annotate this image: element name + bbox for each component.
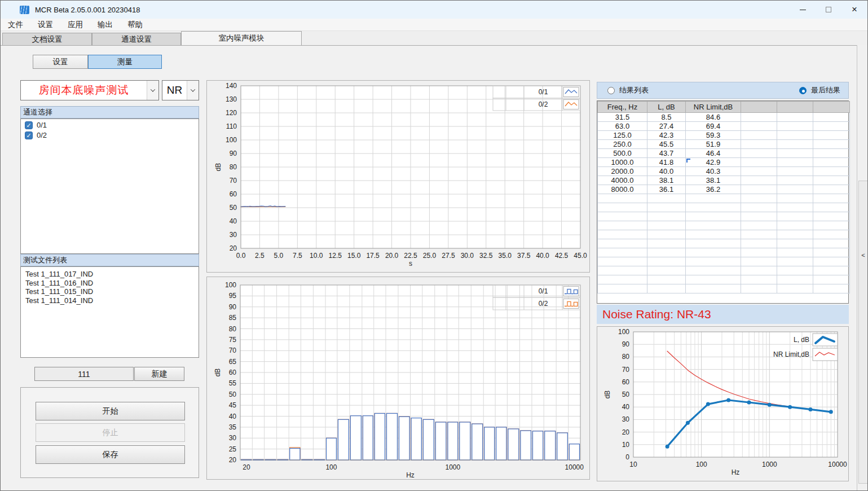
file-item-2[interactable]: Test 1_111_015_IND <box>21 287 199 296</box>
table-cell <box>777 140 813 149</box>
table-cell <box>777 176 813 185</box>
results-table-wrap: Freq., HzL, dBNR Limit,dB31.58.584.663.0… <box>597 100 849 304</box>
table-cell <box>598 248 647 257</box>
title-bar: MCR Beta 2.05.0.001 20230418 × <box>1 1 867 19</box>
table-row[interactable]: 250.045.551.9 <box>598 140 850 149</box>
table-cell <box>686 239 741 248</box>
radio-result-list[interactable]: 结果列表 <box>597 85 649 95</box>
app-window: MCR Beta 2.05.0.001 20230418 × 文件设置应用输出帮… <box>0 0 868 491</box>
file-item-0[interactable]: Test 1_111_017_IND <box>21 267 199 279</box>
svg-text:NR Limit,dB: NR Limit,dB <box>773 350 809 358</box>
new-button[interactable]: 新建 <box>134 367 184 381</box>
table-cell: 45.5 <box>647 140 686 149</box>
svg-text:0/2: 0/2 <box>539 100 548 108</box>
svg-text:40.0: 40.0 <box>536 252 549 260</box>
table-row[interactable] <box>598 266 850 275</box>
svg-text:20.0: 20.0 <box>385 252 399 260</box>
close-button[interactable]: × <box>841 1 867 19</box>
main-tab-0[interactable]: 文档设置 <box>2 33 92 45</box>
table-row[interactable]: 4000.038.138.1 <box>598 176 850 185</box>
table-row[interactable]: 31.58.584.6 <box>598 113 850 122</box>
checkbox-checked-icon[interactable]: ✓ <box>25 121 33 129</box>
svg-text:140: 140 <box>226 82 237 90</box>
svg-text:2.5: 2.5 <box>255 252 265 260</box>
table-cell: 69.4 <box>686 122 741 131</box>
collapse-panel-button[interactable]: < <box>859 252 867 258</box>
table-cell: 2000.0 <box>598 167 647 176</box>
save-button[interactable]: 保存 <box>36 445 185 464</box>
table-cell <box>686 266 741 275</box>
start-button[interactable]: 开始 <box>36 402 185 420</box>
svg-text:dB: dB <box>603 391 611 399</box>
channel-item-1[interactable]: ✓0/2 <box>21 129 199 139</box>
table-row[interactable] <box>598 239 850 248</box>
table-row[interactable] <box>598 284 850 293</box>
table-cell <box>686 275 741 284</box>
table-cell <box>686 284 741 293</box>
menu-bar: 文件设置应用输出帮助 <box>1 19 867 31</box>
nr-select[interactable]: NR <box>162 80 199 100</box>
table-cell <box>777 203 813 212</box>
svg-text:10: 10 <box>629 461 637 468</box>
table-row[interactable]: 2000.040.040.3 <box>598 167 850 176</box>
table-row[interactable] <box>598 221 850 230</box>
radio-last-result[interactable]: 最后结果 <box>789 85 840 95</box>
table-cell <box>777 158 813 167</box>
svg-text:70: 70 <box>229 347 237 354</box>
table-row[interactable]: 8000.036.136.2 <box>598 185 850 194</box>
spectrum_chart-svg: 2025303540455055606570758085909510020100… <box>207 277 591 480</box>
file-item-1[interactable]: Test 1_111_016_IND <box>21 279 199 288</box>
table-row[interactable]: 1000.041.842.9 <box>598 158 850 167</box>
checkbox-checked-icon[interactable]: ✓ <box>25 131 33 139</box>
svg-text:45: 45 <box>229 401 237 409</box>
menu-item-0[interactable]: 文件 <box>1 20 30 30</box>
menu-item-4[interactable]: 帮助 <box>120 20 150 30</box>
test-type-select[interactable]: 房间本底噪声测试 <box>20 80 159 100</box>
table-cell <box>813 113 850 122</box>
svg-text:0/2: 0/2 <box>539 300 548 308</box>
file-name-input[interactable]: 111 <box>34 367 134 381</box>
table-cell <box>777 221 813 230</box>
table-cell <box>686 203 741 212</box>
maximize-button[interactable] <box>816 1 841 19</box>
table-row[interactable] <box>598 230 850 239</box>
minimize-button[interactable] <box>790 1 816 19</box>
table-row[interactable]: 125.042.359.3 <box>598 131 850 140</box>
main-tab-2[interactable]: 室内噪声模块 <box>181 31 302 45</box>
svg-text:1000: 1000 <box>762 461 777 468</box>
table-cell <box>813 212 850 221</box>
channel-item-0[interactable]: ✓0/1 <box>21 119 199 129</box>
table-cell <box>741 140 777 149</box>
subtab-1[interactable]: 测量 <box>88 55 162 69</box>
table-cell <box>686 230 741 239</box>
table-row[interactable] <box>598 257 850 266</box>
main-tab-1[interactable]: 通道设置 <box>92 33 181 45</box>
subtab-0[interactable]: 设置 <box>33 55 88 69</box>
side-strip: < <box>857 45 868 491</box>
table-cell <box>777 185 813 194</box>
table-row[interactable] <box>598 248 850 257</box>
table-row[interactable] <box>598 194 850 203</box>
table-cell: 84.6 <box>686 113 741 122</box>
svg-text:20: 20 <box>622 428 630 436</box>
table-cell <box>777 248 813 257</box>
svg-text:s: s <box>409 260 412 268</box>
table-header-cell <box>777 102 813 113</box>
app-logo-icon <box>20 6 29 14</box>
table-cell <box>741 266 777 275</box>
table-row[interactable]: 63.027.469.4 <box>598 122 850 131</box>
table-row[interactable] <box>598 203 850 212</box>
table-row[interactable]: 500.043.746.4 <box>598 149 850 158</box>
table-row[interactable] <box>598 212 850 221</box>
table-cell <box>647 221 686 230</box>
table-row[interactable] <box>598 275 850 284</box>
svg-text:35.0: 35.0 <box>499 252 512 260</box>
svg-text:40: 40 <box>229 413 237 420</box>
table-cell <box>741 239 777 248</box>
menu-item-2[interactable]: 应用 <box>60 20 90 30</box>
svg-text:0/1: 0/1 <box>539 88 548 96</box>
menu-item-3[interactable]: 输出 <box>90 20 120 30</box>
menu-item-1[interactable]: 设置 <box>30 20 60 30</box>
file-item-3[interactable]: Test 1_111_014_IND <box>21 296 199 305</box>
table-cell <box>741 131 777 140</box>
